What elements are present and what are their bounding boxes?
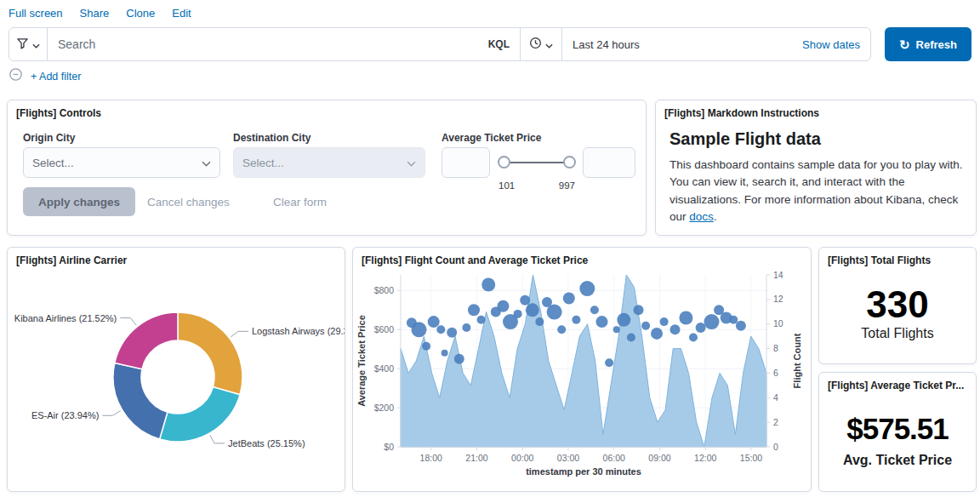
refresh-button-label: Refresh xyxy=(916,38,957,51)
svg-text:Flight Count: Flight Count xyxy=(792,333,802,388)
panel-flights-controls: [Flights] Controls Origin City Destinati… xyxy=(7,100,647,236)
filter-options-icon[interactable] xyxy=(9,67,23,85)
time-range-value[interactable]: Last 24 hours xyxy=(573,38,640,51)
avg-ticket-price-label: Avg. Ticket Price xyxy=(819,453,976,468)
svg-text:12: 12 xyxy=(773,294,783,304)
panel-title: [Flights] Total Flights xyxy=(819,248,976,266)
chevron-down-icon xyxy=(32,37,40,52)
saved-query-menu-button[interactable] xyxy=(9,27,48,61)
panel-title: [Flights] Controls xyxy=(8,100,646,119)
slider-track xyxy=(502,162,572,163)
price-min-input[interactable] xyxy=(442,147,490,178)
refresh-icon: ↻ xyxy=(899,38,910,51)
clear-form-button[interactable]: Clear form xyxy=(273,187,327,216)
airline-carrier-donut-chart[interactable]: Logstash Airways (29.39%)JetBeats (25.15… xyxy=(8,268,345,488)
avg-ticket-price-label: Average Ticket Price xyxy=(442,132,541,144)
cancel-changes-button[interactable]: Cancel changes xyxy=(147,187,230,216)
svg-text:$800: $800 xyxy=(374,285,395,295)
show-dates-link[interactable]: Show dates xyxy=(802,38,860,51)
svg-text:09:00: 09:00 xyxy=(648,453,670,463)
nav-clone[interactable]: Clone xyxy=(126,7,155,20)
markdown-heading: Sample Flight data xyxy=(669,129,821,149)
time-range-control: Last 24 hours Show dates xyxy=(561,27,871,61)
origin-city-label: Origin City xyxy=(23,132,75,144)
svg-text:Kibana Airlines (21.52%): Kibana Airlines (21.52%) xyxy=(14,313,117,323)
svg-text:$600: $600 xyxy=(374,324,395,334)
add-filter-link[interactable]: + Add filter xyxy=(31,71,81,83)
panel-airline-carrier: [Flights] Airline Carrier Logstash Airwa… xyxy=(7,247,345,492)
search-box: KQL xyxy=(47,27,521,61)
origin-city-placeholder: Select... xyxy=(32,157,74,169)
panel-title: [Flights] Airline Carrier xyxy=(8,248,345,266)
panel-title: [Flights] Markdown Instructions xyxy=(656,100,976,119)
query-bar: KQL Last 24 hours Show dates ↻ Refresh xyxy=(9,27,971,61)
refresh-button[interactable]: ↻ Refresh xyxy=(885,27,971,61)
kql-language-toggle[interactable]: KQL xyxy=(488,38,510,50)
panel-title: [Flights] Average Ticket Pr... xyxy=(819,373,976,391)
chevron-down-icon xyxy=(407,157,416,169)
svg-text:Average Ticket Price: Average Ticket Price xyxy=(356,315,367,407)
destination-city-label: Destination City xyxy=(233,132,311,144)
destination-city-select[interactable]: Select... xyxy=(233,147,425,178)
nav-share[interactable]: Share xyxy=(80,7,110,20)
svg-text:Logstash Airways (29.39%): Logstash Airways (29.39%) xyxy=(252,326,345,336)
svg-text:15:00: 15:00 xyxy=(740,453,762,463)
origin-city-select[interactable]: Select... xyxy=(23,147,220,178)
svg-text:$200: $200 xyxy=(374,403,395,413)
svg-text:timestamp per 30 minutes: timestamp per 30 minutes xyxy=(526,466,641,477)
svg-text:12:00: 12:00 xyxy=(694,453,716,463)
slider-min-value: 101 xyxy=(499,180,515,191)
svg-text:4: 4 xyxy=(773,392,778,403)
search-input[interactable] xyxy=(58,37,481,51)
svg-text:$0: $0 xyxy=(384,442,394,452)
svg-text:$400: $400 xyxy=(374,363,395,374)
clock-icon xyxy=(529,37,542,53)
docs-link[interactable]: docs xyxy=(689,210,714,223)
saved-query-filter-icon xyxy=(16,37,29,53)
svg-text:18:00: 18:00 xyxy=(420,453,442,463)
price-max-input[interactable] xyxy=(583,147,635,178)
slider-handle-max[interactable] xyxy=(563,156,576,169)
svg-text:21:00: 21:00 xyxy=(465,453,487,463)
top-nav: Full screen Share Clone Edit xyxy=(9,7,191,20)
panel-avg-ticket-price: [Flights] Average Ticket Pr... $575.51 A… xyxy=(818,372,977,492)
svg-text:10: 10 xyxy=(773,318,783,328)
svg-text:14: 14 xyxy=(773,270,783,280)
svg-text:2: 2 xyxy=(773,417,778,427)
avg-ticket-price-value: $575.51 xyxy=(819,412,976,446)
chevron-down-icon xyxy=(202,157,211,169)
svg-text:03:00: 03:00 xyxy=(557,453,579,463)
filter-bar: + Add filter xyxy=(9,67,81,85)
markdown-text-end: . xyxy=(714,210,717,223)
total-flights-label: Total Flights xyxy=(819,326,976,341)
flight-count-price-chart[interactable]: $0$200$400$600$8000246810121418:0021:000… xyxy=(353,268,811,488)
svg-text:JetBeats (25.15%): JetBeats (25.15%) xyxy=(228,438,305,448)
chevron-down-icon xyxy=(545,37,553,52)
destination-city-placeholder: Select... xyxy=(242,157,284,169)
slider-max-value: 997 xyxy=(559,180,575,191)
panel-total-flights: [Flights] Total Flights 330 Total Flight… xyxy=(818,247,977,364)
time-picker-quick-menu[interactable] xyxy=(520,27,562,61)
svg-text:ES-Air (23.94%): ES-Air (23.94%) xyxy=(31,410,99,420)
svg-text:6: 6 xyxy=(773,368,778,378)
svg-text:06:00: 06:00 xyxy=(603,453,625,463)
nav-edit[interactable]: Edit xyxy=(172,7,191,20)
markdown-body: This dashboard contains sample data for … xyxy=(669,157,967,226)
nav-full-screen[interactable]: Full screen xyxy=(9,7,63,20)
price-range-slider[interactable]: 101 997 xyxy=(500,147,573,178)
svg-text:00:00: 00:00 xyxy=(511,453,533,463)
svg-text:8: 8 xyxy=(773,343,778,353)
svg-text:0: 0 xyxy=(773,442,778,452)
slider-handle-min[interactable] xyxy=(498,156,510,169)
panel-flight-count-avg-price: [Flights] Flight Count and Average Ticke… xyxy=(352,247,812,492)
apply-changes-button[interactable]: Apply changes xyxy=(23,187,135,216)
panel-markdown-instructions: [Flights] Markdown Instructions Sample F… xyxy=(655,100,977,236)
panel-title: [Flights] Flight Count and Average Ticke… xyxy=(353,248,811,266)
total-flights-value: 330 xyxy=(819,283,976,326)
